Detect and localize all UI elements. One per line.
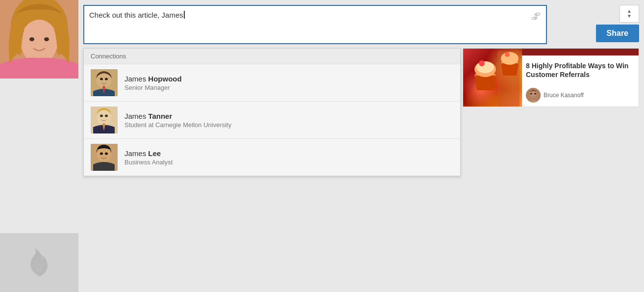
cursor bbox=[184, 11, 185, 19]
sidebar bbox=[0, 0, 78, 292]
connection-title: Senior Manager bbox=[124, 84, 182, 91]
tanner-avatar-svg bbox=[91, 106, 118, 133]
connection-title: Business Analyst bbox=[124, 159, 173, 166]
svg-point-9 bbox=[105, 78, 108, 80]
dropdown-header: Connections bbox=[84, 49, 460, 64]
compose-text: Check out this article, James bbox=[89, 11, 183, 19]
svg-point-17 bbox=[100, 153, 103, 155]
spinner-down[interactable]: ▼ bbox=[627, 14, 632, 19]
lee-avatar-svg bbox=[91, 144, 118, 171]
svg-point-13 bbox=[105, 115, 108, 117]
svg-point-33 bbox=[530, 93, 532, 95]
connection-name: James Tanner bbox=[124, 112, 231, 120]
avatar-svg bbox=[0, 0, 78, 79]
compose-box[interactable]: Check out this article, James 🖇 bbox=[83, 5, 547, 44]
svg-point-30 bbox=[505, 52, 510, 57]
svg-point-8 bbox=[100, 78, 103, 80]
svg-point-27 bbox=[479, 60, 485, 66]
share-bar: Check out this article, James 🖇 ▲ ▼ Shar… bbox=[78, 0, 644, 44]
connection-name: James Lee bbox=[124, 149, 173, 158]
news-image-bg bbox=[463, 49, 522, 106]
svg-point-12 bbox=[100, 115, 103, 117]
svg-point-29 bbox=[501, 52, 519, 65]
news-author-avatar bbox=[526, 88, 541, 103]
svg-point-4 bbox=[29, 37, 34, 41]
connections-dropdown: Connections bbox=[83, 48, 461, 176]
user-avatar bbox=[0, 0, 78, 79]
paperclip-icon: 🖇 bbox=[531, 11, 541, 22]
news-card[interactable]: 8 Highly Profitable Ways to Win Customer… bbox=[463, 48, 639, 107]
news-title: 8 Highly Profitable Ways to Win Customer… bbox=[526, 61, 635, 79]
avatar bbox=[91, 144, 118, 171]
dropdown-info: James Tanner Student at Carnegie Mellon … bbox=[124, 112, 231, 129]
list-item[interactable]: James Tanner Student at Carnegie Mellon … bbox=[84, 102, 460, 139]
news-content: 8 Highly Profitable Ways to Win Customer… bbox=[522, 49, 639, 106]
list-item[interactable]: James Lee Business Analyst bbox=[84, 139, 460, 176]
svg-point-18 bbox=[105, 153, 108, 155]
app-layout: Check out this article, James 🖇 ▲ ▼ Shar… bbox=[0, 0, 644, 292]
share-button[interactable]: Share bbox=[596, 25, 639, 42]
connection-name: James Hopwood bbox=[124, 75, 182, 83]
svg-point-5 bbox=[44, 37, 49, 41]
news-image bbox=[463, 49, 522, 106]
dropdown-info: James Lee Business Analyst bbox=[124, 149, 173, 166]
avatar bbox=[91, 106, 118, 133]
news-author-name: Bruce Kasanoff bbox=[544, 92, 584, 99]
news-panel: 8 Highly Profitable Ways to Win Customer… bbox=[463, 48, 639, 292]
avatar bbox=[91, 69, 118, 96]
share-controls: ▲ ▼ Share bbox=[551, 5, 639, 44]
dropdown-info: James Hopwood Senior Manager bbox=[124, 75, 182, 91]
content-area: Check out this article, James 🖇 ▲ ▼ Shar… bbox=[78, 0, 644, 292]
connection-title: Student at Carnegie Mellon University bbox=[124, 121, 231, 129]
news-overlay bbox=[522, 49, 639, 55]
flame-icon bbox=[27, 248, 51, 277]
sidebar-gap bbox=[0, 79, 78, 233]
hopwood-avatar-svg bbox=[91, 69, 118, 96]
audience-spinner[interactable]: ▲ ▼ bbox=[619, 5, 639, 23]
news-author-row: Bruce Kasanoff bbox=[526, 88, 635, 103]
svg-point-34 bbox=[534, 93, 536, 95]
sidebar-icon-area bbox=[0, 233, 78, 292]
list-item[interactable]: James Hopwood Senior Manager bbox=[84, 64, 460, 102]
svg-point-3 bbox=[21, 20, 58, 64]
